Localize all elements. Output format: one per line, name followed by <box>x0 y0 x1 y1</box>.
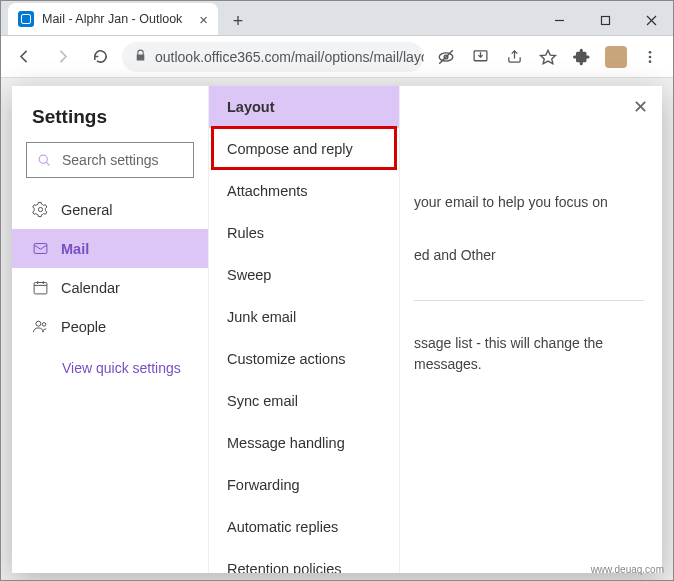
new-tab-button[interactable]: + <box>224 7 252 35</box>
menu-icon[interactable] <box>634 41 666 73</box>
category-calendar[interactable]: Calendar <box>12 268 208 307</box>
subitem-sweep[interactable]: Sweep <box>209 254 399 296</box>
watermark: www.deuaq.com <box>591 564 664 575</box>
bookmark-star-icon[interactable] <box>532 41 564 73</box>
subitem-message-handling[interactable]: Message handling <box>209 422 399 464</box>
svg-point-13 <box>649 60 652 63</box>
settings-title: Settings <box>12 106 208 142</box>
subitem-compose-and-reply[interactable]: Compose and reply <box>209 128 399 170</box>
view-quick-settings-link[interactable]: View quick settings <box>12 346 208 376</box>
tab-close-icon[interactable]: × <box>199 11 208 28</box>
subitem-forwarding[interactable]: Forwarding <box>209 464 399 506</box>
settings-subnav: Layout Compose and reply Attachments Rul… <box>208 86 400 573</box>
tab-title: Mail - Alphr Jan - Outlook <box>42 12 182 26</box>
svg-point-11 <box>649 51 652 54</box>
back-button[interactable] <box>8 41 40 73</box>
divider <box>414 300 644 301</box>
profile-avatar[interactable] <box>600 41 632 73</box>
browser-tab[interactable]: Mail - Alphr Jan - Outlook × <box>8 3 218 35</box>
pane-text: ed and Other <box>414 245 644 266</box>
svg-point-22 <box>36 321 41 326</box>
category-label: General <box>61 202 113 218</box>
category-label: Mail <box>61 241 89 257</box>
close-dialog-button[interactable]: ✕ <box>633 94 648 121</box>
maximize-button[interactable] <box>582 5 628 35</box>
lock-icon <box>134 49 147 65</box>
subitem-layout[interactable]: Layout <box>209 86 399 128</box>
browser-toolbar: outlook.office365.com/mail/options/mail/… <box>0 36 674 78</box>
mail-icon <box>32 240 49 257</box>
category-general[interactable]: General <box>12 190 208 229</box>
people-icon <box>32 318 49 335</box>
category-people[interactable]: People <box>12 307 208 346</box>
minimize-button[interactable] <box>536 5 582 35</box>
svg-rect-1 <box>601 16 609 24</box>
svg-rect-18 <box>34 283 47 294</box>
subitem-automatic-replies[interactable]: Automatic replies <box>209 506 399 548</box>
calendar-icon <box>32 279 49 296</box>
svg-point-23 <box>42 323 46 327</box>
window-controls <box>536 5 674 35</box>
svg-point-16 <box>38 207 42 211</box>
settings-nav: Settings Search settings General Mail Ca… <box>12 86 208 573</box>
subitem-attachments[interactable]: Attachments <box>209 170 399 212</box>
eye-icon[interactable] <box>430 41 462 73</box>
outlook-favicon <box>18 11 34 27</box>
url-text: outlook.office365.com/mail/options/mail/… <box>155 49 424 65</box>
window-titlebar: Mail - Alphr Jan - Outlook × + <box>0 0 674 36</box>
pane-text: your email to help you focus on <box>414 192 644 213</box>
pane-text: messages. <box>414 354 644 375</box>
install-icon[interactable] <box>464 41 496 73</box>
search-placeholder: Search settings <box>62 152 159 168</box>
subitem-rules[interactable]: Rules <box>209 212 399 254</box>
svg-point-14 <box>39 155 47 163</box>
pane-text: ssage list - this will change the <box>414 333 644 354</box>
close-window-button[interactable] <box>628 5 674 35</box>
address-bar[interactable]: outlook.office365.com/mail/options/mail/… <box>122 42 424 72</box>
category-label: Calendar <box>61 280 120 296</box>
category-label: People <box>61 319 106 335</box>
share-icon[interactable] <box>498 41 530 73</box>
search-input[interactable]: Search settings <box>26 142 194 178</box>
svg-marker-10 <box>541 50 556 64</box>
gear-icon <box>32 201 49 218</box>
subitem-junk-email[interactable]: Junk email <box>209 296 399 338</box>
category-mail[interactable]: Mail <box>12 229 208 268</box>
subitem-retention-policies[interactable]: Retention policies <box>209 548 399 573</box>
forward-button[interactable] <box>46 41 78 73</box>
extensions-icon[interactable] <box>566 41 598 73</box>
subitem-sync-email[interactable]: Sync email <box>209 380 399 422</box>
settings-dialog: Settings Search settings General Mail Ca… <box>12 86 662 573</box>
reload-button[interactable] <box>84 41 116 73</box>
svg-point-12 <box>649 55 652 58</box>
search-icon <box>37 153 52 168</box>
svg-line-15 <box>46 162 49 165</box>
settings-pane: ✕ your email to help you focus on ed and… <box>400 86 662 573</box>
subitem-customize-actions[interactable]: Customize actions <box>209 338 399 380</box>
svg-rect-17 <box>34 244 47 254</box>
